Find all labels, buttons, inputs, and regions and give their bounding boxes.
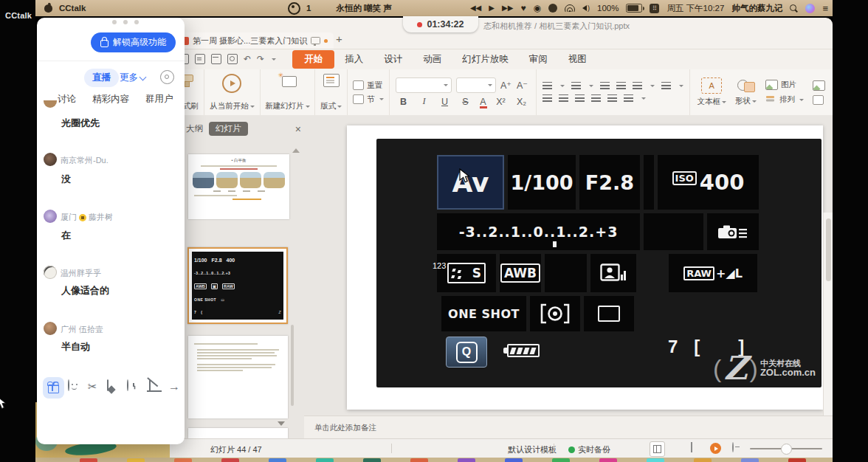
tab-review[interactable]: 审阅	[519, 51, 558, 68]
siri-icon[interactable]	[805, 4, 815, 13]
template-name[interactable]: 默认设计模板	[508, 444, 557, 455]
slide-thumbnail-44-selected[interactable]: 1/100F2.8400 -3..2..1..0..1..2.+3 AWB▣RA…	[187, 247, 288, 324]
tab-members[interactable]: 群用户	[145, 93, 173, 106]
dock-app-icon[interactable]	[174, 458, 192, 462]
media-previous-icon[interactable]: ◀◀	[470, 4, 481, 12]
tab-highlights[interactable]: 精彩内容	[92, 93, 129, 106]
backup-status[interactable]: 实时备份	[568, 444, 610, 455]
arrange-button[interactable]: 排列	[765, 94, 804, 105]
tab-design[interactable]: 设计	[373, 51, 413, 68]
font-name-select[interactable]	[396, 77, 452, 93]
new-slide-button[interactable]: 新建幻灯片	[261, 69, 315, 115]
italic-button[interactable]: I	[416, 96, 433, 107]
chat-user-name[interactable]: 广州 伍拾壹	[61, 324, 103, 335]
chat-user-name[interactable]: 温州胖乎乎	[61, 268, 101, 279]
tab-home[interactable]: 开始	[292, 50, 334, 69]
print-icon[interactable]	[211, 54, 221, 64]
print-preview-icon[interactable]	[227, 54, 238, 64]
textbox-button[interactable]: A 文本框	[698, 77, 727, 107]
mute-button[interactable]	[148, 380, 161, 393]
gear-icon[interactable]	[160, 70, 174, 84]
superscript-button[interactable]: X²	[493, 97, 509, 107]
zoom-slider[interactable]	[750, 448, 822, 449]
layout-button[interactable]: 版式	[315, 69, 348, 115]
recording-timer-badge[interactable]: 01:34:22	[403, 16, 478, 32]
chat-user-name[interactable]: 南京常州-Du.	[61, 155, 108, 166]
window-controls[interactable]	[112, 20, 139, 24]
notes-bar[interactable]: 单击此处添加备注	[304, 416, 833, 439]
section-button[interactable]: 节	[353, 94, 384, 105]
dock[interactable]	[35, 458, 833, 462]
chat-input-area[interactable]	[37, 404, 185, 444]
close-panel-button[interactable]: ×	[295, 123, 301, 135]
export-icon[interactable]	[195, 54, 205, 64]
bullets-icon[interactable]	[542, 82, 552, 90]
align-left-icon[interactable]	[542, 94, 552, 103]
tab-insert[interactable]: 插入	[334, 51, 373, 68]
apple-menu-icon[interactable]	[44, 4, 52, 13]
dock-app-icon[interactable]	[269, 458, 286, 462]
chat-user-name[interactable]: 厦门 藤井树	[61, 212, 113, 223]
font-color-button[interactable]: A	[478, 97, 489, 107]
columns-icon[interactable]	[633, 82, 642, 90]
dock-app-icon[interactable]	[80, 458, 97, 462]
heart-icon[interactable]: ♥	[520, 4, 526, 13]
panel-scrollbar[interactable]	[291, 325, 294, 406]
normal-view-button[interactable]	[650, 441, 665, 457]
dock-app-icon[interactable]	[599, 458, 617, 462]
control-center-icon[interactable]: ≡	[822, 4, 828, 13]
strikethrough-button[interactable]: S	[458, 97, 474, 107]
tab-slideshow[interactable]: 幻灯片放映	[452, 51, 519, 68]
record-status-icon[interactable]	[288, 2, 300, 15]
dock-app-icon[interactable]	[505, 458, 523, 462]
font-size-select[interactable]	[456, 77, 496, 93]
target-icon[interactable]: ◉	[534, 4, 541, 13]
fill-button[interactable]	[813, 80, 825, 91]
tab-discussion[interactable]: 讨论	[58, 93, 76, 106]
dock-app-icon[interactable]	[363, 458, 381, 462]
align-right-icon[interactable]	[575, 94, 585, 103]
underline-button[interactable]: U	[437, 97, 453, 107]
justify-icon[interactable]	[591, 94, 601, 103]
image-button[interactable]	[107, 380, 120, 393]
dock-app-icon[interactable]	[788, 458, 806, 462]
media-next-icon[interactable]: ▶▶	[502, 4, 513, 12]
zoom-slider-knob[interactable]	[781, 444, 792, 455]
dock-app-icon[interactable]	[316, 458, 334, 462]
text-direction-icon[interactable]	[624, 94, 633, 103]
dock-app-icon[interactable]	[552, 458, 570, 462]
gift-button[interactable]	[43, 377, 64, 399]
grid-view-button[interactable]	[691, 443, 703, 455]
creative-cloud-icon[interactable]	[548, 4, 557, 13]
input-method-icon[interactable]: ⠿	[650, 4, 659, 13]
clip-button[interactable]: ✂	[88, 380, 101, 393]
battery-icon[interactable]	[626, 4, 642, 13]
decrease-indent-icon[interactable]	[600, 82, 610, 90]
collapse-panel-icon[interactable]	[278, 421, 285, 426]
redo-icon[interactable]: ↷	[257, 55, 264, 63]
media-play-icon[interactable]: ▶	[489, 4, 495, 12]
wifi-icon[interactable]	[565, 4, 575, 12]
dock-app-icon[interactable]	[647, 458, 664, 462]
shrink-font-button[interactable]: A⁻	[517, 80, 528, 91]
dock-app-icon[interactable]	[694, 458, 712, 462]
picture-button[interactable]: 图片	[765, 80, 804, 90]
dock-app-icon[interactable]	[221, 458, 239, 462]
tab-view[interactable]: 视图	[558, 51, 597, 68]
notes-view-icon[interactable]	[631, 443, 643, 455]
subscript-button[interactable]: X₂	[514, 97, 530, 107]
emoji-button[interactable]	[68, 380, 81, 393]
spotlight-search-icon[interactable]	[790, 4, 798, 13]
send-icon[interactable]: →	[168, 381, 182, 394]
increase-indent-icon[interactable]	[616, 82, 626, 90]
volume-icon[interactable]: )	[582, 4, 590, 12]
menubar-clock[interactable]: 周五 下午10:27	[666, 3, 724, 14]
new-tab-button[interactable]: +	[336, 32, 342, 45]
history-button[interactable]	[127, 380, 140, 393]
slide-sorter-button[interactable]	[672, 443, 683, 455]
tab-animation[interactable]: 动画	[413, 51, 452, 68]
menubar-username[interactable]: 帅气的蔡九记	[731, 3, 782, 14]
dock-app-icon[interactable]	[410, 458, 428, 462]
slide-canvas[interactable]: 123 Av 1/100 F2.8 ISO 400 -3..2..1..0..1…	[347, 125, 823, 410]
customize-toolbar-icon[interactable]	[272, 58, 276, 61]
